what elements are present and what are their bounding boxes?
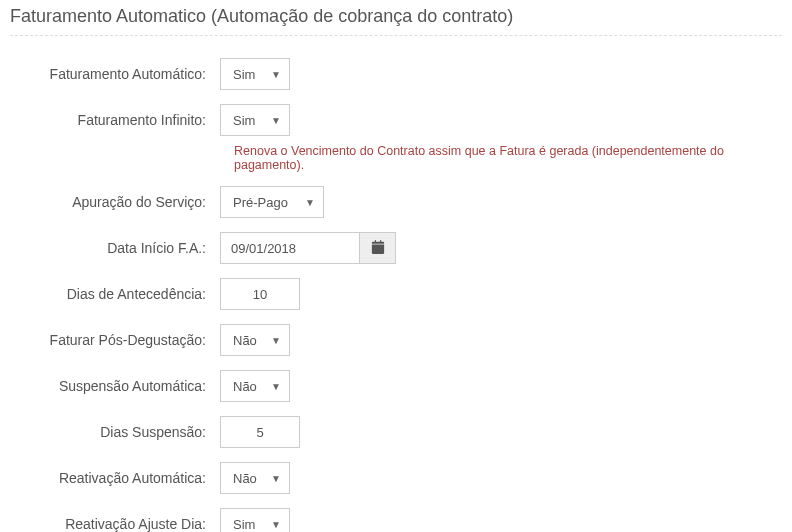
chevron-down-icon: ▼ [271, 381, 281, 392]
row-dias-antecedencia: Dias de Antecedência: [10, 278, 782, 310]
chevron-down-icon: ▼ [271, 519, 281, 530]
row-dias-suspensao: Dias Suspensão: [10, 416, 782, 448]
label-reativacao-automatica: Reativação Automática: [10, 470, 220, 486]
input-dias-antecedencia[interactable] [220, 278, 300, 310]
row-reativacao-automatica: Reativação Automática: Não ▼ [10, 462, 782, 494]
select-apuracao-servico[interactable]: Pré-Pago ▼ [220, 186, 324, 218]
row-faturar-pos-degustacao: Faturar Pós-Degustação: Não ▼ [10, 324, 782, 356]
select-value: Não [233, 471, 257, 486]
select-value: Sim [233, 517, 255, 532]
row-apuracao-servico: Apuração do Serviço: Pré-Pago ▼ [10, 186, 782, 218]
select-value: Pré-Pago [233, 195, 288, 210]
row-faturamento-infinito: Faturamento Infinito: Sim ▼ [10, 104, 782, 136]
input-data-inicio-fa[interactable] [220, 232, 360, 264]
row-suspensao-automatica: Suspensão Automática: Não ▼ [10, 370, 782, 402]
label-faturamento-automatico: Faturamento Automático: [10, 66, 220, 82]
section-title: Faturamento Automatico (Automação de cob… [10, 6, 782, 36]
select-value: Não [233, 379, 257, 394]
row-reativacao-ajuste-dia: Reativação Ajuste Dia: Sim ▼ [10, 508, 782, 532]
chevron-down-icon: ▼ [271, 115, 281, 126]
label-dias-suspensao: Dias Suspensão: [10, 424, 220, 440]
label-dias-antecedencia: Dias de Antecedência: [10, 286, 220, 302]
label-faturar-pos-degustacao: Faturar Pós-Degustação: [10, 332, 220, 348]
label-faturamento-infinito: Faturamento Infinito: [10, 112, 220, 128]
label-apuracao-servico: Apuração do Serviço: [10, 194, 220, 210]
select-value: Sim [233, 67, 255, 82]
input-dias-suspensao[interactable] [220, 416, 300, 448]
datepicker-button[interactable] [360, 232, 396, 264]
chevron-down-icon: ▼ [305, 197, 315, 208]
select-reativacao-automatica[interactable]: Não ▼ [220, 462, 290, 494]
select-reativacao-ajuste-dia[interactable]: Sim ▼ [220, 508, 290, 532]
select-faturar-pos-degustacao[interactable]: Não ▼ [220, 324, 290, 356]
select-suspensao-automatica[interactable]: Não ▼ [220, 370, 290, 402]
select-value: Sim [233, 113, 255, 128]
chevron-down-icon: ▼ [271, 335, 281, 346]
label-suspensao-automatica: Suspensão Automática: [10, 378, 220, 394]
chevron-down-icon: ▼ [271, 473, 281, 484]
select-value: Não [233, 333, 257, 348]
select-faturamento-automatico[interactable]: Sim ▼ [220, 58, 290, 90]
row-data-inicio-fa: Data Início F.A.: [10, 232, 782, 264]
label-data-inicio-fa: Data Início F.A.: [10, 240, 220, 256]
calendar-icon [371, 240, 385, 257]
help-faturamento-infinito: Renova o Vencimento do Contrato assim qu… [234, 144, 782, 172]
select-faturamento-infinito[interactable]: Sim ▼ [220, 104, 290, 136]
label-reativacao-ajuste-dia: Reativação Ajuste Dia: [10, 516, 220, 532]
chevron-down-icon: ▼ [271, 69, 281, 80]
row-faturamento-automatico: Faturamento Automático: Sim ▼ [10, 58, 782, 90]
